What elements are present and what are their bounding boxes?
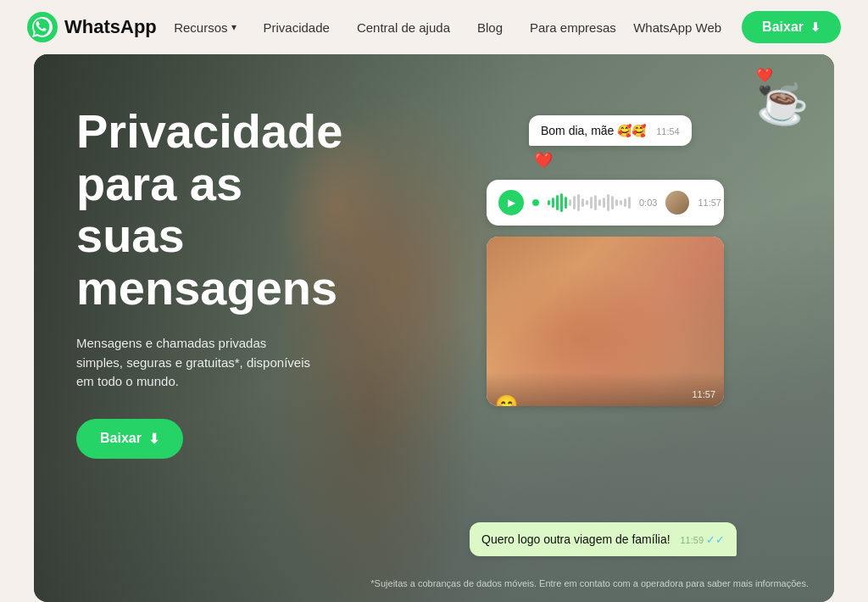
brand-name: WhatsApp	[64, 16, 157, 38]
voice-waveform	[548, 192, 631, 213]
msg-bom-dia-time: 11:54	[656, 126, 680, 137]
logo[interactable]: WhatsApp	[27, 12, 157, 42]
nav-privacidade[interactable]: Privacidade	[264, 20, 330, 35]
voice-play-button[interactable]: ▶	[498, 190, 524, 215]
nav-whatsapp-web[interactable]: WhatsApp Web	[633, 20, 721, 35]
photo-timestamp: 11:57	[692, 389, 715, 399]
photo-emoji-reaction: 😊	[495, 394, 518, 406]
msg-photo-card: 11:57 😊	[487, 237, 724, 406]
msg-heart-reaction: ❤️	[534, 151, 553, 170]
nav-right: WhatsApp Web Baixar ⬇	[633, 11, 841, 43]
msg-bom-dia-text: Bom dia, mãe 🥰🥰	[541, 124, 646, 137]
msg-green-text: Quero logo outra viagem de família!	[481, 532, 670, 546]
voice-timestamp: 11:57	[698, 198, 721, 208]
whatsapp-logo-icon	[27, 12, 58, 42]
hero-section: Privacidade para as suas mensagens Mensa…	[34, 54, 834, 602]
download-icon: ⬇	[810, 20, 821, 34]
msg-green-meta: 11:59 ✓✓	[680, 533, 725, 546]
chat-overlays: ❤️ 🖤 ☕ Bom dia, mãe 🥰🥰 11:54 ❤️ ▶	[444, 54, 834, 602]
read-receipts-icon: ✓✓	[706, 533, 725, 546]
nav-central-ajuda[interactable]: Central de ajuda	[357, 20, 450, 35]
msg-green-time: 11:59	[680, 535, 704, 545]
nav-recursos[interactable]: Recursos	[174, 20, 236, 35]
navbar: WhatsApp Recursos Privacidade Central de…	[0, 0, 868, 54]
hero-baixar-button[interactable]: Baixar ⬇	[76, 419, 183, 459]
voice-duration: 0:03	[639, 198, 657, 208]
msg-green: Quero logo outra viagem de família! 11:5…	[470, 522, 737, 557]
svg-point-0	[27, 12, 58, 42]
nav-para-empresas[interactable]: Para empresas	[530, 20, 616, 35]
voice-recording-dot	[532, 199, 539, 206]
msg-voice: ▶	[487, 180, 724, 226]
hero-title: Privacidade para as suas mensagens	[76, 105, 348, 314]
msg-photo-image: 11:57	[487, 237, 724, 406]
hero-download-icon: ⬇	[148, 431, 159, 447]
voice-contact-avatar	[665, 191, 689, 215]
coffee-sticker: ☕	[754, 75, 813, 131]
nav-baixar-button[interactable]: Baixar ⬇	[742, 11, 841, 43]
msg-bom-dia: Bom dia, mãe 🥰🥰 11:54	[529, 115, 692, 146]
nav-links: Recursos Privacidade Central de ajuda Bl…	[174, 20, 616, 35]
hero-content: Privacidade para as suas mensagens Mensa…	[34, 54, 390, 510]
hero-subtitle: Mensagens e chamadas privadas simples, s…	[76, 334, 314, 392]
nav-blog[interactable]: Blog	[477, 20, 503, 35]
